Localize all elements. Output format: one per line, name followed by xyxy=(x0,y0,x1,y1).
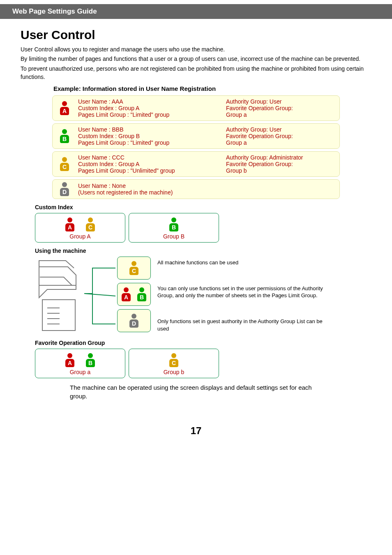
example-heading: Example: Information stored in User Name… xyxy=(53,85,371,92)
user-info: Favorite Operation Group: xyxy=(226,105,338,111)
user-block-c: C User Name : CCC Custom Index : Group A… xyxy=(52,151,340,177)
user-icon: D xyxy=(60,188,69,196)
using-diagram: C A B D All machine functions can be use… xyxy=(35,257,371,335)
user-badge-c: C xyxy=(53,152,76,176)
user-icon: C xyxy=(86,217,95,231)
page-title: User Control xyxy=(21,28,371,42)
page-number: 17 xyxy=(21,425,371,449)
user-info: Favorite Operation Group: xyxy=(226,161,338,167)
user-info: Authority Group: User xyxy=(226,98,338,105)
custom-index-groups: A C Group A B Group B xyxy=(35,213,371,243)
using-desc: Only functions set in guest authority in… xyxy=(157,318,334,332)
intro-text: User Control allows you to register and … xyxy=(21,45,371,81)
fav-heading: Favorite Operation Group xyxy=(35,340,371,346)
user-icon: B xyxy=(86,353,95,367)
user-icon: B xyxy=(169,217,178,231)
fav-group-b: C Group b xyxy=(129,349,219,378)
group-label: Group B xyxy=(134,233,214,240)
user-info: User Name : None xyxy=(78,183,223,189)
using-desc: You can only use functions set in the us… xyxy=(157,285,334,299)
printer-icon xyxy=(35,257,84,335)
header-band: Web Page Settings Guide xyxy=(0,4,392,19)
user-badge-b: B xyxy=(53,124,76,148)
user-block-d: D User Name : None (Users not registered… xyxy=(52,179,340,199)
user-icon: C xyxy=(60,163,69,171)
user-icon: B xyxy=(137,287,146,301)
user-info: Custom Index : Group A xyxy=(78,105,223,111)
intro-line: By limiting the number of pages and func… xyxy=(21,55,371,63)
user-info: Pages Limit Group : "Limited" group xyxy=(78,139,223,146)
user-icon: A xyxy=(60,107,69,115)
fav-groups: A B Group a C Group b xyxy=(35,349,371,378)
user-icon: C xyxy=(169,353,178,367)
using-desc: All machine functions can be used xyxy=(157,259,334,266)
user-icon: B xyxy=(60,135,69,143)
user-info: Pages Limit Group : "Limited" group xyxy=(78,111,223,118)
intro-line: User Control allows you to register and … xyxy=(21,45,371,53)
user-icon: A xyxy=(122,287,131,301)
user-info: User Name : CCC xyxy=(78,154,223,161)
user-info: Authority Group: Administrator xyxy=(226,154,338,161)
user-info: User Name : BBB xyxy=(78,126,223,133)
target-box-d: D xyxy=(117,309,151,332)
user-info: Authority Group: User xyxy=(226,126,338,133)
user-icon: A xyxy=(65,353,74,367)
using-heading: Using the machine xyxy=(35,247,371,254)
group-label: Group b xyxy=(134,369,214,375)
user-info: Custom Index : Group B xyxy=(78,133,223,139)
user-info: Group b xyxy=(226,167,338,174)
guide-title: Web Page Settings Guide xyxy=(12,7,97,15)
user-info: Pages Limit Group : "Unlimited" group xyxy=(78,167,223,174)
user-info: Group a xyxy=(226,111,338,118)
group-label: Group A xyxy=(40,233,120,240)
user-badge-a: A xyxy=(53,96,76,120)
user-icon: A xyxy=(65,217,74,231)
custom-index-group-b: B Group B xyxy=(129,213,219,243)
custom-index-group-a: A C Group A xyxy=(35,213,125,243)
user-icon: D xyxy=(129,314,138,328)
user-info: Group a xyxy=(226,139,338,146)
intro-line: To prevent unauthorized use, persons who… xyxy=(21,65,371,81)
user-info: Favorite Operation Group: xyxy=(226,133,338,139)
fav-note: The machine can be operated using the sc… xyxy=(70,383,325,400)
user-badge-d: D xyxy=(53,180,76,199)
user-info: Custom Index : Group A xyxy=(78,161,223,167)
user-block-a: A User Name : AAA Custom Index : Group A… xyxy=(52,95,340,121)
custom-index-heading: Custom Index xyxy=(35,204,371,210)
user-block-b: B User Name : BBB Custom Index : Group B… xyxy=(52,123,340,149)
target-box-c: C xyxy=(117,257,151,280)
connector-lines xyxy=(84,257,117,335)
target-box-ab: A B xyxy=(117,283,151,306)
svg-rect-0 xyxy=(42,300,75,331)
group-label: Group a xyxy=(40,369,120,375)
user-info: (Users not registered in the machine) xyxy=(78,189,223,196)
fav-group-a: A B Group a xyxy=(35,349,125,378)
user-info: User Name : AAA xyxy=(78,98,223,105)
user-icon: C xyxy=(129,261,138,275)
